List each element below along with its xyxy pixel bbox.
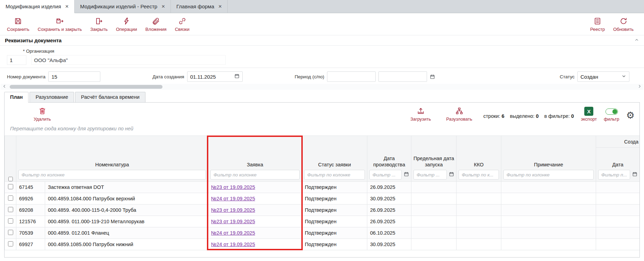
scrollbar-thumb[interactable] — [10, 85, 162, 89]
export-label: экспорт — [581, 116, 597, 122]
status-select[interactable]: Создан — [577, 71, 629, 82]
links-button[interactable]: Связки — [171, 16, 194, 33]
filter-input-request[interactable] — [210, 170, 300, 180]
period-to-input[interactable] — [378, 71, 427, 82]
filter-input-note[interactable] — [503, 170, 594, 180]
status-label: Статус — [560, 74, 575, 79]
calendar-icon[interactable] — [632, 172, 637, 178]
save-and-close-button[interactable]: Сохранить и закрыть — [34, 16, 86, 33]
row-checkbox[interactable] — [8, 195, 13, 201]
save-button[interactable]: Сохранить — [3, 16, 34, 33]
organization-name-field[interactable]: ООО "Альфа" — [31, 55, 226, 65]
cell-kko — [457, 216, 501, 227]
column-header-date[interactable]: Дата — [596, 148, 640, 182]
column-header-production-date[interactable]: Дата производства — [367, 136, 411, 182]
request-link[interactable]: №23 от 19.09.2025 — [211, 219, 255, 224]
table-row[interactable]: 69927 000.4859.1085.000 Патрубок нижний … — [5, 239, 640, 250]
date-created-input[interactable]: 01.11.2025 — [187, 71, 243, 82]
doc-number-input[interactable] — [48, 71, 100, 82]
table-row[interactable]: 69926 000.4859.1084.000 Патрубок верхний… — [5, 193, 640, 205]
calendar-icon[interactable] — [234, 73, 240, 80]
cell-kko — [457, 227, 501, 239]
row-checkbox[interactable] — [8, 241, 13, 246]
window-tab-registry[interactable]: Модификации изделий - Реестр × — [75, 0, 171, 13]
scroll-left-icon[interactable] — [2, 84, 7, 90]
filter-input-date[interactable] — [598, 170, 630, 180]
date-created-label: Дата создания — [152, 74, 184, 79]
cell-id: 121576 — [16, 216, 45, 227]
document-details-section-header: Реквизиты документа — [0, 35, 644, 46]
calendar-icon[interactable] — [449, 172, 454, 178]
table-row[interactable]: 67145 Застежка ответная DOT №23 от 19.09… — [5, 182, 640, 193]
scroll-right-icon[interactable] — [637, 84, 642, 90]
gear-icon[interactable]: ⚙ — [626, 108, 635, 120]
row-checkbox[interactable] — [8, 230, 13, 235]
window-tab-main-form[interactable]: Главная форма × — [171, 0, 228, 13]
filter-toggle[interactable]: фильтр — [604, 107, 619, 122]
cell-request: №23 от 19.09.2025 — [208, 205, 302, 216]
row-checkbox[interactable] — [8, 207, 13, 212]
main-toolbar-right: Реестр Обновить — [586, 16, 638, 33]
table-row[interactable]: 70539 000.4859. 012.001 Фланец №24 от 19… — [5, 227, 640, 239]
cell-date — [596, 205, 640, 216]
period-from-input[interactable] — [327, 71, 376, 82]
row-checkbox[interactable] — [8, 184, 13, 189]
refresh-button[interactable]: Обновить — [609, 16, 638, 33]
load-button[interactable]: Загрузить — [406, 105, 435, 123]
attachments-button[interactable]: Вложения — [141, 16, 171, 33]
request-link[interactable]: №23 от 19.09.2025 — [211, 207, 255, 213]
column-header-request[interactable]: Заявка — [208, 136, 302, 182]
lightning-icon — [122, 17, 131, 26]
tab-plan[interactable]: План — [4, 92, 28, 103]
column-header-note[interactable]: Примечание — [501, 136, 596, 182]
registry-button[interactable]: Реестр — [586, 16, 609, 33]
select-all-checkbox[interactable] — [8, 177, 13, 181]
operations-button[interactable]: Операции — [112, 16, 141, 33]
request-link[interactable]: №24 от 19.09.2025 — [211, 196, 255, 201]
row-checkbox-cell — [5, 239, 16, 250]
delete-button[interactable]: Удалить — [9, 105, 55, 123]
filter-input-nomenclature[interactable] — [18, 170, 206, 180]
request-link[interactable]: №23 от 19.09.2025 — [211, 184, 255, 190]
export-excel-button[interactable]: X экспорт — [581, 107, 597, 122]
window-tab-label: Модификация изделия — [6, 3, 61, 9]
cell-id: 70539 — [16, 227, 45, 239]
period-calendar-icon[interactable] — [430, 74, 435, 79]
window-tab-modification[interactable]: Модификация изделия × — [0, 0, 75, 13]
section-title: Реквизиты документа — [5, 37, 61, 43]
registry-list-icon — [593, 17, 602, 26]
close-button[interactable]: Закрыть — [86, 16, 112, 33]
horizontal-scrollbar[interactable] — [1, 84, 643, 90]
request-link[interactable]: №24 от 19.09.2025 — [211, 242, 255, 247]
tab-close-icon[interactable]: × — [161, 3, 165, 9]
column-header-nomenclature[interactable]: Номенклатура — [16, 136, 208, 182]
calendar-icon[interactable] — [404, 172, 409, 178]
column-header-deadline[interactable]: Предельная дата запуска — [411, 136, 457, 182]
cell-id: 69926 — [16, 193, 45, 205]
table-row[interactable]: 69208 000.4859. 400.000-115-0,4-2000 Тру… — [5, 205, 640, 216]
tab-close-icon[interactable]: × — [65, 3, 69, 9]
filter-input-kko[interactable] — [459, 170, 499, 180]
cell-kko — [457, 205, 501, 216]
cell-date — [596, 216, 640, 227]
table-row[interactable]: 121576 000.4859. 011.000-119-210 Металло… — [5, 216, 640, 227]
filter-input-deadline[interactable] — [413, 170, 447, 180]
filter-input-request-status[interactable] — [304, 170, 365, 180]
unnest-button[interactable]: Разузловать — [442, 105, 476, 123]
filter-input-production-date[interactable] — [369, 170, 402, 180]
group-by-drop-zone[interactable]: Перетащите сюда колонку для группировки … — [5, 123, 639, 136]
cell-date — [596, 227, 640, 239]
select-all-header — [5, 136, 16, 182]
request-link[interactable]: №24 от 19.09.2025 — [211, 230, 255, 236]
column-header-kko[interactable]: ККО — [457, 136, 501, 182]
collapse-chevron-icon[interactable] — [634, 37, 639, 43]
tab-close-icon[interactable]: × — [218, 3, 222, 9]
toggle-on-icon[interactable] — [605, 108, 618, 115]
tab-unnesting[interactable]: Разузлование — [30, 92, 74, 102]
tab-time-balance[interactable]: Расчёт баланса времени — [75, 92, 145, 102]
column-header-request-status[interactable]: Статус заявки — [302, 136, 367, 182]
row-checkbox[interactable] — [8, 218, 13, 224]
organization-code-field[interactable]: 1 — [7, 55, 26, 65]
cell-deadline — [411, 227, 457, 239]
cell-production-date: 06.10.2025 — [367, 227, 411, 239]
